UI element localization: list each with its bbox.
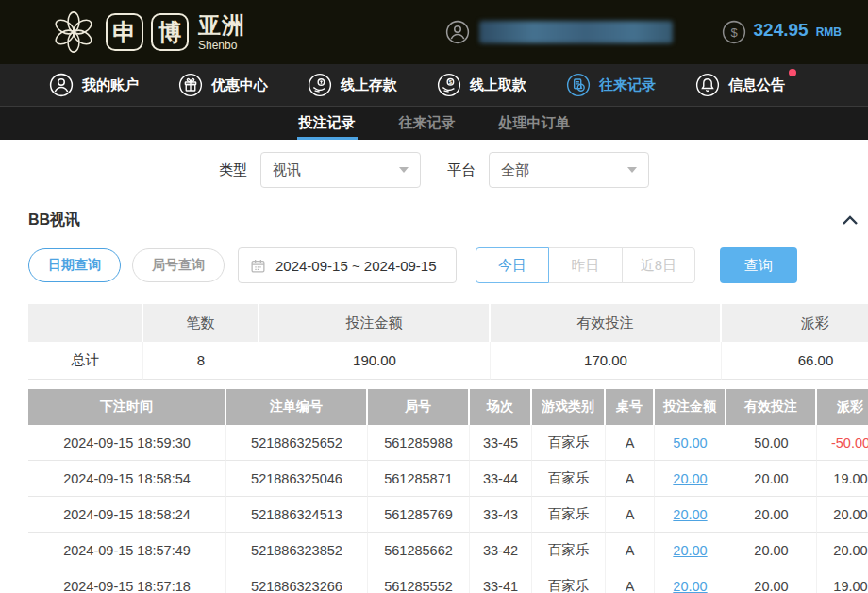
table-cell: A (606, 425, 655, 461)
bet-amount-link[interactable]: 20.00 (655, 568, 726, 593)
table-header-cell: 场次 (470, 389, 532, 425)
last-8-days-button[interactable]: 近8日 (622, 247, 695, 283)
table-cell: 2024-09-15 18:57:49 (28, 533, 226, 568)
date-range-input[interactable]: 2024-09-15 ~ 2024-09-15 (238, 247, 457, 283)
nav-label: 往来记录 (599, 76, 656, 94)
gift-icon (178, 73, 203, 97)
chevron-up-icon (842, 213, 859, 227)
logo[interactable]: 申 博 亚洲 Shenbo (49, 8, 245, 57)
query-toolbar: 日期查询 局号查询 2024-09-15 ~ 2024-09-15 今日 昨日 … (28, 247, 868, 283)
balance[interactable]: $ 324.95 RMB (722, 20, 842, 44)
dollar-icon: $ (722, 20, 746, 44)
table-header-row: 下注时间 注单编号 局号 场次 游戏类别 桌号 投注金额 有效投注 派彩 (28, 389, 868, 425)
summary-header-cell: 投注金额 (259, 304, 491, 342)
table-row: 2024-09-15 18:58:24521886324513561285769… (28, 497, 868, 533)
table-cell: 20.00 (726, 533, 817, 568)
bell-icon (695, 73, 720, 97)
nav-label: 我的账户 (82, 76, 139, 94)
svg-text:$: $ (730, 25, 738, 40)
user-circle-icon (49, 73, 74, 97)
chevron-down-icon (399, 167, 409, 173)
table-cell: 33-42 (470, 533, 532, 568)
bet-amount-link[interactable]: 20.00 (655, 497, 726, 533)
summary-header-row: 笔数 投注金额 有效投注 派彩 (28, 304, 868, 342)
logo-char-shen: 申 (106, 13, 143, 51)
filter-bar: 类型 视讯 平台 全部 (0, 140, 868, 200)
table-cell: 20.00 (817, 497, 868, 533)
tab-bet-records[interactable]: 投注记录 (297, 107, 358, 140)
table-cell: A (606, 497, 655, 533)
nav-item-promotions[interactable]: 优惠中心 (178, 73, 268, 97)
table-header-cell: 局号 (368, 389, 470, 425)
date-range-value: 2024-09-15 ~ 2024-09-15 (275, 258, 437, 274)
table-cell: 33-43 (470, 497, 532, 533)
bet-amount-link[interactable]: 20.00 (655, 533, 726, 568)
table-cell: 561285988 (368, 425, 470, 461)
table-cell: 521886325046 (226, 461, 368, 497)
withdraw-icon: $ (437, 73, 461, 97)
collapse-section-button[interactable] (842, 213, 859, 227)
user-icon (445, 20, 470, 44)
platform-select[interactable]: 全部 (489, 152, 649, 188)
user-account[interactable] (445, 20, 673, 44)
table-cell: 2024-09-15 18:58:24 (28, 497, 226, 533)
table-cell: 20.00 (726, 497, 817, 533)
table-header-cell: 下注时间 (28, 389, 226, 425)
nav-item-announcements[interactable]: 信息公告 (695, 73, 785, 97)
table-row: 2024-09-15 18:59:30521886325652561285988… (28, 425, 868, 461)
table-row: 2024-09-15 18:58:54521886325046561285871… (28, 461, 868, 497)
yesterday-button[interactable]: 昨日 (549, 247, 623, 283)
summary-total-label: 总计 (28, 342, 143, 380)
table-header-cell: 有效投注 (726, 389, 817, 425)
table-cell: A (606, 533, 655, 568)
table-cell: A (606, 461, 655, 497)
summary-payout: 66.00 (722, 342, 868, 380)
table-cell: 2024-09-15 18:59:30 (28, 425, 226, 461)
redacted-username (479, 21, 673, 43)
main-nav: 我的账户 优惠中心 线上存款 $ 线上取款 (0, 64, 868, 106)
table-cell: 33-44 (470, 461, 532, 497)
type-select-value: 视讯 (273, 161, 301, 179)
logo-region: 亚洲 (198, 14, 245, 37)
table-cell: 561285552 (368, 568, 470, 593)
balance-currency: RMB (816, 25, 842, 39)
nav-item-withdraw[interactable]: $ 线上取款 (437, 73, 526, 97)
tab-pending-orders[interactable]: 处理中订单 (497, 107, 572, 140)
nav-item-my-account[interactable]: 我的账户 (49, 73, 139, 97)
table-cell: 521886324513 (226, 497, 368, 533)
calendar-icon (250, 258, 266, 274)
nav-label: 优惠中心 (211, 76, 268, 94)
notification-dot (789, 69, 796, 76)
table-header-cell: 桌号 (606, 389, 655, 425)
date-query-button[interactable]: 日期查询 (28, 248, 121, 282)
bet-amount-link[interactable]: 20.00 (655, 461, 726, 497)
chevron-down-icon (627, 167, 637, 173)
round-query-button[interactable]: 局号查询 (132, 248, 225, 282)
nav-item-deposit[interactable]: 线上存款 (308, 73, 397, 97)
table-row: 2024-09-15 18:57:18521886323266561285552… (28, 568, 868, 593)
table-cell: 50.00 (726, 425, 817, 461)
nav-item-records[interactable]: 往来记录 (566, 73, 656, 97)
table-cell: 百家乐 (532, 425, 606, 461)
summary-header-cell: 派彩 (722, 304, 868, 342)
bet-amount-link[interactable]: 50.00 (655, 425, 726, 461)
table-cell: 19.00 (817, 461, 868, 497)
search-button[interactable]: 查询 (720, 247, 797, 283)
records-icon (566, 73, 591, 97)
type-select[interactable]: 视讯 (260, 152, 421, 188)
summary-header-cell: 笔数 (143, 304, 259, 342)
section-title: BB视讯 (28, 211, 80, 230)
today-button[interactable]: 今日 (476, 247, 549, 283)
table-cell: A (606, 568, 655, 593)
summary-header-cell (28, 304, 143, 342)
summary-bet-count: 8 (143, 342, 259, 380)
table-cell: 2024-09-15 18:58:54 (28, 461, 226, 497)
tab-transaction-records[interactable]: 往来记录 (397, 107, 458, 140)
table-cell: 百家乐 (532, 568, 606, 593)
records-table: 下注时间 注单编号 局号 场次 游戏类别 桌号 投注金额 有效投注 派彩 202… (28, 389, 868, 593)
table-header-cell: 游戏类别 (532, 389, 606, 425)
table-cell: 19.00 (817, 568, 868, 593)
table-cell: 2024-09-15 18:57:18 (28, 568, 226, 593)
flower-logo-icon (49, 8, 98, 57)
summary-header-cell: 有效投注 (491, 304, 722, 342)
